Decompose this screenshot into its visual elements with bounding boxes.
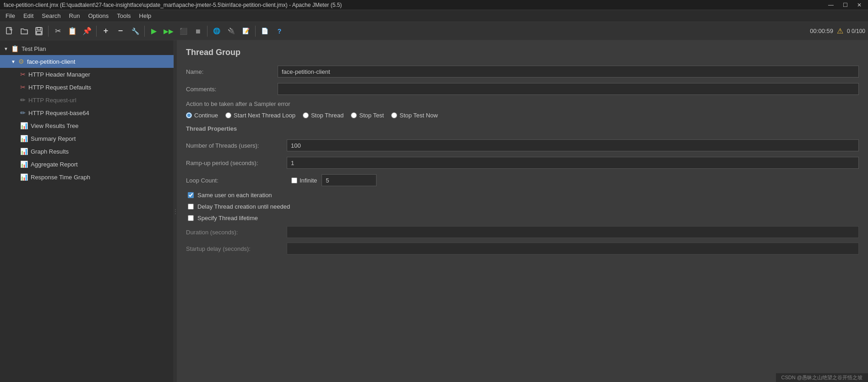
menu-edit[interactable]: Edit bbox=[20, 11, 37, 21]
listener-icon-1: 📊 bbox=[20, 122, 28, 129]
toolbar-right: 00:00:59 ⚠ 0 0/100 bbox=[810, 27, 865, 35]
menu-help[interactable]: Help bbox=[136, 11, 155, 21]
menu-file[interactable]: File bbox=[2, 11, 19, 21]
action-stop-test-label: Stop Test bbox=[359, 112, 384, 119]
comments-label: Comments: bbox=[186, 86, 278, 93]
http-base64-label: HTTP Request-base64 bbox=[28, 110, 89, 116]
sidebar-item-http-header[interactable]: ✂ HTTP Header Manager bbox=[0, 68, 174, 81]
open-button[interactable] bbox=[17, 24, 31, 38]
ramp-up-input[interactable] bbox=[287, 157, 859, 169]
menu-tools[interactable]: Tools bbox=[113, 11, 134, 21]
collapse-arrow-fpc: ▼ bbox=[11, 59, 16, 64]
same-user-label: Same user on each iteration bbox=[197, 192, 272, 199]
action-stop-test-now-radio[interactable] bbox=[391, 112, 397, 118]
svg-rect-0 bbox=[6, 28, 11, 34]
specify-lifetime-checkbox[interactable] bbox=[188, 215, 194, 221]
sidebar: ▼ 📋 Test Plan ▼ ⚙ face-petition-client ✂… bbox=[0, 40, 174, 382]
startup-delay-input[interactable] bbox=[287, 243, 859, 255]
action-stop-test[interactable]: Stop Test bbox=[351, 112, 384, 119]
panel-title: Thread Group bbox=[186, 48, 859, 57]
action-start-next-label: Start Next Thread Loop bbox=[234, 112, 295, 119]
sidebar-item-aggregate[interactable]: 📊 Aggregate Report bbox=[0, 158, 174, 171]
action-continue-label: Continue bbox=[194, 112, 218, 119]
counts-display: 0 0/100 bbox=[847, 28, 865, 34]
sidebar-item-summary[interactable]: 📊 Summary Report bbox=[0, 132, 174, 145]
cut-button[interactable]: ✂ bbox=[51, 24, 65, 38]
listener-icon-2: 📊 bbox=[20, 135, 28, 142]
name-row: Name: bbox=[186, 66, 859, 78]
minimize-button[interactable]: — bbox=[825, 2, 836, 8]
run-button[interactable]: ▶ bbox=[147, 24, 161, 38]
collapse-arrow-testplan: ▼ bbox=[4, 46, 8, 51]
stop-button[interactable]: ⬛ bbox=[176, 24, 190, 38]
listener-icon-4: 📊 bbox=[20, 161, 28, 168]
svg-rect-3 bbox=[37, 31, 41, 34]
menu-run[interactable]: Run bbox=[66, 11, 84, 21]
menu-options[interactable]: Options bbox=[84, 11, 112, 21]
action-continue-radio[interactable] bbox=[186, 112, 192, 118]
tree-root: ▼ 📋 Test Plan ▼ ⚙ face-petition-client ✂… bbox=[0, 40, 174, 183]
shutdown-button[interactable]: ⏹ bbox=[191, 24, 205, 38]
action-stop-test-now[interactable]: Stop Test Now bbox=[391, 112, 438, 119]
action-stop-thread-label: Stop Thread bbox=[311, 112, 344, 119]
close-button[interactable]: ✕ bbox=[854, 2, 864, 8]
specify-lifetime-label: Specify Thread lifetime bbox=[197, 215, 258, 221]
paste-button[interactable]: 📌 bbox=[80, 24, 94, 38]
remote-run-button[interactable]: 🌐 bbox=[210, 24, 224, 38]
templates-button[interactable]: 📝 bbox=[239, 24, 253, 38]
same-user-row: Same user on each iteration bbox=[186, 192, 859, 199]
infinite-checkbox[interactable] bbox=[291, 177, 297, 183]
main-layout: ▼ 📋 Test Plan ▼ ⚙ face-petition-client ✂… bbox=[0, 40, 868, 382]
duration-label: Duration (seconds): bbox=[186, 229, 287, 236]
startup-delay-label: Startup delay (seconds): bbox=[186, 245, 287, 252]
run-nopause-button[interactable]: ▶▶ bbox=[162, 24, 175, 38]
action-stop-test-radio[interactable] bbox=[351, 112, 357, 118]
separator-5 bbox=[255, 26, 256, 37]
comments-input[interactable] bbox=[278, 83, 859, 95]
action-continue[interactable]: Continue bbox=[186, 112, 218, 119]
copy-button[interactable]: 📋 bbox=[66, 24, 79, 38]
duration-input[interactable] bbox=[287, 226, 859, 238]
infinite-label: Infinite bbox=[300, 177, 317, 184]
ramp-up-row: Ramp-up period (seconds): bbox=[186, 157, 859, 169]
sidebar-item-http-url[interactable]: ✏ HTTP Request-url bbox=[0, 94, 174, 106]
sidebar-item-view-results[interactable]: 📊 View Results Tree bbox=[0, 119, 174, 132]
ramp-up-label: Ramp-up period (seconds): bbox=[186, 160, 287, 166]
action-stop-thread-radio[interactable] bbox=[303, 112, 309, 118]
content-panel: Thread Group Name: Comments: Action to b… bbox=[177, 40, 868, 382]
sidebar-item-http-defaults[interactable]: ✂ HTTP Request Defaults bbox=[0, 81, 174, 94]
name-input[interactable] bbox=[278, 66, 859, 78]
sidebar-item-face-petition-client[interactable]: ▼ ⚙ face-petition-client bbox=[0, 55, 174, 68]
same-user-checkbox[interactable] bbox=[188, 192, 194, 198]
sidebar-item-http-base64[interactable]: ✏ HTTP Request-base64 bbox=[0, 106, 174, 119]
gear-icon: ⚙ bbox=[18, 58, 24, 65]
status-text: CSDN @愚昧之山绝望之谷开悟之坡 bbox=[781, 375, 863, 380]
num-threads-row: Number of Threads (users): bbox=[186, 139, 859, 151]
remote-stop-button[interactable]: 🔌 bbox=[224, 24, 238, 38]
action-start-next-radio[interactable] bbox=[225, 112, 231, 118]
loop-count-input[interactable] bbox=[322, 174, 377, 186]
remove-button[interactable]: − bbox=[114, 24, 127, 38]
delay-thread-checkbox[interactable] bbox=[188, 204, 194, 210]
log-viewer-button[interactable]: 📄 bbox=[258, 24, 272, 38]
response-time-label: Response Time Graph bbox=[31, 174, 90, 181]
help-toolbar-button[interactable]: ? bbox=[273, 24, 286, 38]
save-button[interactable] bbox=[32, 24, 46, 38]
separator-3 bbox=[144, 26, 145, 37]
num-threads-input[interactable] bbox=[287, 139, 859, 151]
delay-thread-row: Delay Thread creation until needed bbox=[186, 203, 859, 210]
browse-button[interactable]: 🔧 bbox=[128, 24, 142, 38]
sidebar-item-response-time[interactable]: 📊 Response Time Graph bbox=[0, 171, 174, 183]
sidebar-item-test-plan[interactable]: ▼ 📋 Test Plan bbox=[0, 42, 174, 55]
maximize-button[interactable]: ☐ bbox=[840, 2, 851, 8]
loop-count-row: Loop Count: Infinite bbox=[186, 174, 859, 186]
menu-search[interactable]: Search bbox=[38, 11, 64, 21]
action-start-next[interactable]: Start Next Thread Loop bbox=[225, 112, 295, 119]
new-button[interactable] bbox=[3, 24, 16, 38]
status-bar: CSDN @愚昧之山绝望之谷开悟之坡 bbox=[776, 373, 868, 382]
infinite-checkbox-label[interactable]: Infinite bbox=[291, 177, 317, 184]
sidebar-item-graph[interactable]: 📊 Graph Results bbox=[0, 145, 174, 158]
comments-row: Comments: bbox=[186, 83, 859, 95]
action-stop-thread[interactable]: Stop Thread bbox=[303, 112, 344, 119]
add-button[interactable]: + bbox=[99, 24, 113, 38]
